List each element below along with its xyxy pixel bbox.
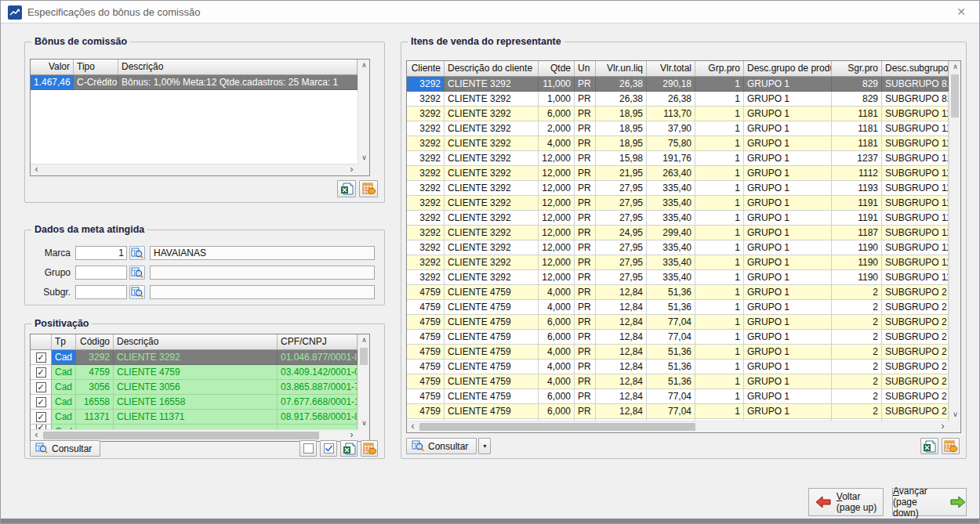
- table-row[interactable]: ✓Cad3292CLIENTE 329201.046.877/0001-86: [31, 350, 358, 365]
- subgrupo-name-field[interactable]: [150, 285, 375, 299]
- check-all-button[interactable]: [320, 440, 337, 457]
- export-excel-button[interactable]: [340, 440, 358, 457]
- table-row[interactable]: 3292CLIENTE 329212,000PR24,95299,401GRUP…: [407, 226, 949, 240]
- checkbox-cell[interactable]: ✓: [31, 410, 52, 425]
- vscroll-thumb[interactable]: [951, 74, 959, 117]
- table-row[interactable]: 3292CLIENTE 329212,000PR21,95263,401GRUP…: [407, 166, 949, 181]
- table-row[interactable]: 3292CLIENTE 329212,000PR27,95335,401GRUP…: [407, 211, 949, 226]
- export-excel-button[interactable]: [337, 180, 356, 197]
- table-row[interactable]: 3292CLIENTE 32926,000PR18,95113,701GRUPO…: [407, 107, 949, 121]
- grupo-lookup-button[interactable]: [129, 266, 145, 280]
- row-checkbox[interactable]: ✓: [36, 367, 46, 378]
- header-cell[interactable]: Valor: [31, 60, 74, 75]
- checkbox-cell[interactable]: ✓: [31, 380, 52, 395]
- table-row[interactable]: ✓Cad3056CLIENTE 305603.865.887/0001-79: [31, 380, 358, 395]
- header-cell[interactable]: Código: [76, 334, 114, 350]
- marca-lookup-button[interactable]: [129, 246, 145, 260]
- scroll-down-icon[interactable]: ∨: [949, 409, 961, 421]
- print-grid-button[interactable]: [361, 440, 378, 457]
- table-row[interactable]: 4759CLIENTE 47594,000PR12,8451,361GRUPO …: [407, 345, 949, 360]
- table-row[interactable]: ✓Cad11371CLIENTE 1137108.917.568/0001-83: [31, 410, 358, 425]
- subgrupo-code-input[interactable]: [75, 285, 127, 299]
- table-row[interactable]: 3292CLIENTE 32924,000PR18,9575,801GRUPO …: [407, 136, 949, 151]
- header-cell[interactable]: Descrição do cliente: [445, 61, 539, 77]
- table-row[interactable]: 3292CLIENTE 329212,000PR27,95335,401GRUP…: [407, 240, 949, 255]
- header-cell[interactable]: Tipo: [74, 60, 118, 75]
- avancar-button[interactable]: Avançar (page down): [892, 488, 967, 516]
- row-checkbox[interactable]: ✓: [36, 397, 46, 407]
- table-row[interactable]: 4759CLIENTE 47596,000PR12,8477,041GRUPO …: [407, 315, 949, 330]
- header-cell[interactable]: CPF/CNPJ: [278, 334, 358, 350]
- grupo-code-input[interactable]: [75, 266, 127, 280]
- table-row[interactable]: 3292CLIENTE 329211,000PR26,38290,181GRUP…: [407, 77, 949, 92]
- header-cell[interactable]: Qtde: [539, 61, 575, 77]
- scroll-down-icon[interactable]: ∨: [358, 417, 370, 429]
- scroll-up-icon[interactable]: ∧: [358, 334, 370, 346]
- header-cell[interactable]: Sgr.pro: [832, 61, 882, 77]
- header-cell[interactable]: Un: [575, 61, 596, 77]
- header-cell[interactable]: Vlr.un.liq: [596, 61, 647, 77]
- scroll-left-icon[interactable]: ‹: [31, 164, 42, 176]
- hscroll-thumb[interactable]: [43, 432, 319, 439]
- header-cell[interactable]: Cliente: [407, 61, 445, 77]
- row-checkbox[interactable]: ✓: [36, 382, 46, 392]
- positivacao-consultar-button[interactable]: Consultar: [30, 440, 100, 457]
- header-cell[interactable]: Tp: [52, 334, 76, 350]
- header-cell[interactable]: [31, 334, 52, 350]
- table-row[interactable]: 4759CLIENTE 47594,000PR12,8451,361GRUPO …: [407, 360, 949, 374]
- scroll-right-icon[interactable]: ›: [346, 164, 358, 176]
- marca-name-field[interactable]: HAVAIANAS: [150, 246, 375, 260]
- voltar-button[interactable]: Voltar (page up): [808, 488, 884, 516]
- itens-grid-vscrollbar[interactable]: ∧ ∨: [949, 61, 960, 421]
- scroll-left-icon[interactable]: ‹: [407, 421, 419, 433]
- table-row[interactable]: 4759CLIENTE 47594,000PR12,8451,361GRUPO …: [407, 300, 949, 315]
- scroll-up-icon[interactable]: ∧: [358, 60, 370, 71]
- table-row[interactable]: 3292CLIENTE 329212,000PR15,98191,761GRUP…: [407, 151, 949, 166]
- checkbox-cell[interactable]: ✓: [31, 395, 52, 410]
- header-cell[interactable]: Desc.subgrupo de pr: [882, 61, 949, 77]
- header-cell[interactable]: Desc.grupo de produ: [744, 61, 832, 77]
- header-cell[interactable]: Vlr.total: [647, 61, 695, 77]
- table-row[interactable]: 1.467,46C-CréditoBônus: 1,00% Meta:12 Qt…: [31, 75, 369, 90]
- row-checkbox[interactable]: ✓: [36, 352, 46, 363]
- close-icon[interactable]: ✕: [948, 1, 975, 23]
- subgrupo-lookup-button[interactable]: [129, 285, 145, 299]
- checkbox-cell[interactable]: ✓: [31, 350, 52, 365]
- scroll-up-icon[interactable]: ∧: [949, 61, 961, 73]
- table-row[interactable]: 4759CLIENTE 47596,000PR12,8477,041GRUPO …: [407, 330, 949, 345]
- grupo-name-field[interactable]: [150, 266, 375, 280]
- header-cell[interactable]: Grp.pro: [695, 61, 744, 77]
- export-excel-button[interactable]: [920, 438, 938, 454]
- vscroll-thumb[interactable]: [360, 348, 368, 365]
- positivacao-grid-hscrollbar[interactable]: ‹ ›: [31, 429, 358, 441]
- uncheck-all-button[interactable]: [299, 440, 317, 457]
- table-row[interactable]: 3292CLIENTE 329212,000PR27,95335,401GRUP…: [407, 196, 949, 211]
- bonus-grid-vscrollbar[interactable]: ∧ ∨: [358, 60, 369, 164]
- table-row[interactable]: 4759CLIENTE 47594,000PR12,8451,361GRUPO …: [407, 374, 949, 389]
- table-row[interactable]: ✓Cad4759CLIENTE 475903.409.142/0001-03: [31, 365, 358, 380]
- marca-code-input[interactable]: 1: [75, 246, 127, 260]
- positivacao-grid-vscrollbar[interactable]: ∧ ∨: [358, 334, 369, 429]
- print-grid-button[interactable]: [942, 438, 960, 454]
- table-row[interactable]: 4759CLIENTE 47596,000PR12,8477,041GRUPO …: [407, 404, 949, 419]
- itens-consultar-button[interactable]: Consultar: [406, 438, 477, 454]
- table-row[interactable]: 4759CLIENTE 47594,000PR12,8451,361GRUPO …: [407, 285, 949, 300]
- consultar-dropdown-button[interactable]: ▼: [478, 438, 491, 454]
- scroll-right-icon[interactable]: ›: [937, 421, 949, 433]
- table-row[interactable]: 4759CLIENTE 47596,000PR12,8477,041GRUPO …: [407, 389, 949, 404]
- row-checkbox[interactable]: ✓: [36, 412, 46, 422]
- header-cell[interactable]: Descrição: [114, 334, 278, 350]
- table-row[interactable]: 3292CLIENTE 329212,000PR27,95335,401GRUP…: [407, 255, 949, 270]
- checkbox-cell[interactable]: ✓: [31, 365, 52, 380]
- table-row[interactable]: 3292CLIENTE 32922,000PR18,9537,901GRUPO …: [407, 121, 949, 136]
- scroll-down-icon[interactable]: ∨: [358, 152, 370, 164]
- table-row[interactable]: 3292CLIENTE 329212,000PR27,95335,401GRUP…: [407, 270, 949, 285]
- itens-grid-hscrollbar[interactable]: ‹ ›: [407, 421, 949, 432]
- bonus-grid-hscrollbar[interactable]: ‹ ›: [31, 164, 358, 175]
- table-row[interactable]: ✓Cad16558CLIENTE 1655807.677.668/0001-17: [31, 395, 358, 410]
- hscroll-thumb[interactable]: [419, 423, 695, 431]
- table-row[interactable]: 3292CLIENTE 32921,000PR26,3826,381GRUPO …: [407, 92, 949, 107]
- table-row[interactable]: 3292CLIENTE 329212,000PR27,95335,401GRUP…: [407, 181, 949, 196]
- print-grid-button[interactable]: [359, 180, 378, 197]
- header-cell[interactable]: Descrição: [118, 60, 358, 75]
